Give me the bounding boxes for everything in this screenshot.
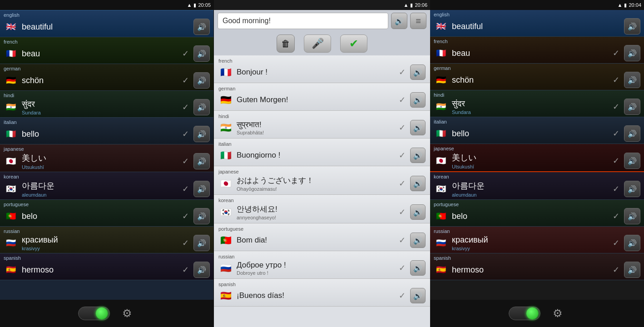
- right-check-btn-portuguese[interactable]: ✓: [609, 210, 622, 223]
- right-lang-item-italian[interactable]: italian🇮🇹bello✓🔊: [430, 117, 644, 144]
- right-check-btn-korean[interactable]: ✓: [609, 183, 622, 195]
- confirm-button[interactable]: ✔: [340, 35, 367, 53]
- right-check-btn-french[interactable]: ✓: [609, 47, 622, 59]
- left-speaker-btn-korean[interactable]: 🔊: [193, 181, 210, 197]
- left-lang-item-spanish[interactable]: spanish🇪🇸hermoso✓🔊: [0, 253, 213, 280]
- right-toggle-button[interactable]: [509, 307, 540, 320]
- right-settings-button[interactable]: ⚙: [550, 305, 566, 322]
- left-check-btn-german[interactable]: ✓: [179, 74, 192, 87]
- left-speaker-btn-french[interactable]: 🔊: [193, 45, 210, 62]
- left-speaker-btn-german[interactable]: 🔊: [193, 72, 210, 89]
- right-lang-name-portuguese: portuguese: [434, 202, 640, 207]
- right-speaker-btn-korean[interactable]: 🔊: [624, 181, 640, 197]
- right-speaker-btn-spanish[interactable]: 🔊: [624, 262, 640, 278]
- left-toggle-button[interactable]: [78, 307, 110, 320]
- right-lang-item-german[interactable]: german🇩🇪schön✓🔊: [430, 64, 644, 90]
- right-lang-item-russian[interactable]: russian🇷🇺красивыйkrasivyy✓🔊: [430, 227, 644, 253]
- left-check-btn-spanish[interactable]: ✓: [179, 263, 192, 276]
- search-input[interactable]: [218, 13, 388, 29]
- right-lang-item-portuguese[interactable]: portuguese🇵🇹belo✓🔊: [430, 200, 644, 227]
- trans-speaker-btn-italian[interactable]: 🔊: [410, 148, 426, 163]
- right-speaker-btn-portuguese[interactable]: 🔊: [624, 208, 640, 224]
- trans-speaker-btn-hindi[interactable]: 🔊: [410, 120, 426, 135]
- right-lang-item-english[interactable]: english🇬🇧beautiful🔊: [430, 10, 644, 37]
- left-lang-item-japanese[interactable]: japanese🇯🇵美しいUtsukushī✓🔊: [0, 144, 213, 172]
- right-speaker-btn-italian[interactable]: 🔊: [624, 125, 640, 142]
- left-lang-item-hindi[interactable]: hindi🇮🇳सुंदरSundara✓🔊: [0, 91, 213, 118]
- right-lang-item-korean[interactable]: korean🇰🇷아름다운aleumdaun✓🔊: [430, 172, 644, 200]
- left-speaker-btn-portuguese[interactable]: 🔊: [193, 208, 210, 224]
- trans-check-btn-spanish[interactable]: ✓: [396, 289, 408, 302]
- trans-check-btn-russian[interactable]: ✓: [396, 262, 408, 274]
- trans-speaker-icon-german: 🔊: [413, 96, 422, 104]
- trans-speaker-btn-german[interactable]: 🔊: [410, 92, 426, 108]
- right-check-btn-spanish[interactable]: ✓: [609, 263, 622, 276]
- trans-check-btn-french[interactable]: ✓: [396, 66, 408, 79]
- right-speaker-btn-hindi[interactable]: 🔊: [624, 99, 640, 115]
- trans-speaker-btn-spanish[interactable]: 🔊: [410, 288, 426, 303]
- left-speaker-btn-russian[interactable]: 🔊: [193, 235, 210, 251]
- left-check-btn-japanese[interactable]: ✓: [179, 155, 192, 168]
- left-romanized-russian: krasivyy: [22, 246, 58, 251]
- right-lang-item-spanish[interactable]: spanish🇪🇸hermoso✓🔊: [430, 253, 644, 280]
- left-lang-item-portuguese[interactable]: portuguese🇵🇹belo✓🔊: [0, 200, 213, 227]
- confirm-icon: ✔: [349, 37, 358, 50]
- right-check-btn-russian[interactable]: ✓: [609, 237, 622, 249]
- right-check-btn-japanese[interactable]: ✓: [609, 154, 622, 167]
- right-check-btn-german[interactable]: ✓: [609, 74, 622, 86]
- trash-button[interactable]: 🗑: [277, 35, 295, 53]
- menu-button[interactable]: ≡: [410, 13, 426, 29]
- left-lang-item-english[interactable]: english🇬🇧beautiful🔊: [0, 10, 213, 37]
- trans-check-btn-german[interactable]: ✓: [396, 94, 408, 106]
- left-check-btn-hindi[interactable]: ✓: [179, 101, 192, 114]
- trans-word-spanish: ¡Buenos días!: [237, 291, 284, 300]
- right-lang-item-hindi[interactable]: hindi🇮🇳सुंदरSundara✓🔊: [430, 90, 644, 117]
- right-speaker-btn-japanese[interactable]: 🔊: [624, 153, 640, 169]
- left-speaker-btn-english[interactable]: 🔊: [193, 19, 210, 35]
- trans-flag-italian: 🇮🇹: [218, 150, 233, 160]
- trans-speaker-btn-french[interactable]: 🔊: [410, 64, 426, 80]
- left-word-portuguese: belo: [22, 212, 37, 221]
- left-lang-item-german[interactable]: german🇩🇪schön✓🔊: [0, 64, 213, 91]
- left-check-btn-portuguese[interactable]: ✓: [179, 210, 192, 223]
- trans-check-btn-hindi[interactable]: ✓: [396, 121, 408, 134]
- left-lang-item-italian[interactable]: italian🇮🇹bello✓🔊: [0, 118, 213, 144]
- right-romanized-russian: krasivyy: [452, 246, 488, 251]
- trans-check-btn-japanese[interactable]: ✓: [396, 177, 408, 190]
- trans-speaker-btn-portuguese[interactable]: 🔊: [410, 233, 426, 248]
- right-speaker-btn-english[interactable]: 🔊: [624, 18, 640, 35]
- right-speaker-btn-german[interactable]: 🔊: [624, 72, 640, 88]
- trans-check-btn-italian[interactable]: ✓: [396, 149, 408, 162]
- left-check-btn-russian[interactable]: ✓: [179, 237, 192, 249]
- right-lang-item-japanese[interactable]: japanese🇯🇵美しいUtsukushī✓🔊: [430, 144, 644, 172]
- left-speaker-btn-hindi[interactable]: 🔊: [193, 99, 210, 115]
- left-lang-item-french[interactable]: french🇫🇷beau✓🔊: [0, 37, 213, 64]
- left-lang-item-russian[interactable]: russian🇷🇺красивыйkrasivyy✓🔊: [0, 227, 213, 253]
- mic-button[interactable]: 🎤: [304, 35, 331, 53]
- trans-check-btn-portuguese[interactable]: ✓: [396, 234, 408, 247]
- left-speaker-icon-korean: 🔊: [197, 185, 206, 193]
- left-gear-icon: ⚙: [122, 307, 132, 320]
- left-speaker-btn-spanish[interactable]: 🔊: [193, 262, 210, 278]
- left-check-btn-french[interactable]: ✓: [179, 47, 192, 60]
- right-speaker-btn-french[interactable]: 🔊: [624, 45, 640, 61]
- middle-panel: ▲ ▮ 20:06 🔊 ≡ 🗑 🎤 ✔ french🇫🇷Bonjour !✓🔊g…: [214, 0, 430, 327]
- trans-flag-german: 🇩🇪: [218, 95, 233, 105]
- left-speaker-btn-japanese[interactable]: 🔊: [193, 153, 210, 169]
- left-lang-item-korean[interactable]: korean🇰🇷아름다운aleumdaun✓🔊: [0, 172, 213, 200]
- trans-speaker-btn-russian[interactable]: 🔊: [410, 260, 426, 276]
- trans-check-btn-korean[interactable]: ✓: [396, 206, 408, 218]
- right-lang-item-french[interactable]: french🇫🇷beau✓🔊: [430, 37, 644, 64]
- trans-speaker-btn-japanese[interactable]: 🔊: [410, 176, 426, 191]
- trans-lang-name-japanese: japanese: [218, 169, 426, 174]
- right-check-btn-italian[interactable]: ✓: [609, 127, 622, 140]
- left-settings-button[interactable]: ⚙: [119, 305, 135, 322]
- left-check-btn-korean[interactable]: ✓: [179, 183, 192, 195]
- right-speaker-btn-russian[interactable]: 🔊: [624, 235, 640, 251]
- search-speaker-button[interactable]: 🔊: [391, 13, 407, 29]
- trans-flag-korean: 🇰🇷: [218, 207, 233, 217]
- trans-speaker-btn-korean[interactable]: 🔊: [410, 204, 426, 220]
- left-check-btn-italian[interactable]: ✓: [179, 128, 192, 140]
- left-speaker-btn-italian[interactable]: 🔊: [193, 126, 210, 142]
- right-check-btn-hindi[interactable]: ✓: [609, 100, 622, 113]
